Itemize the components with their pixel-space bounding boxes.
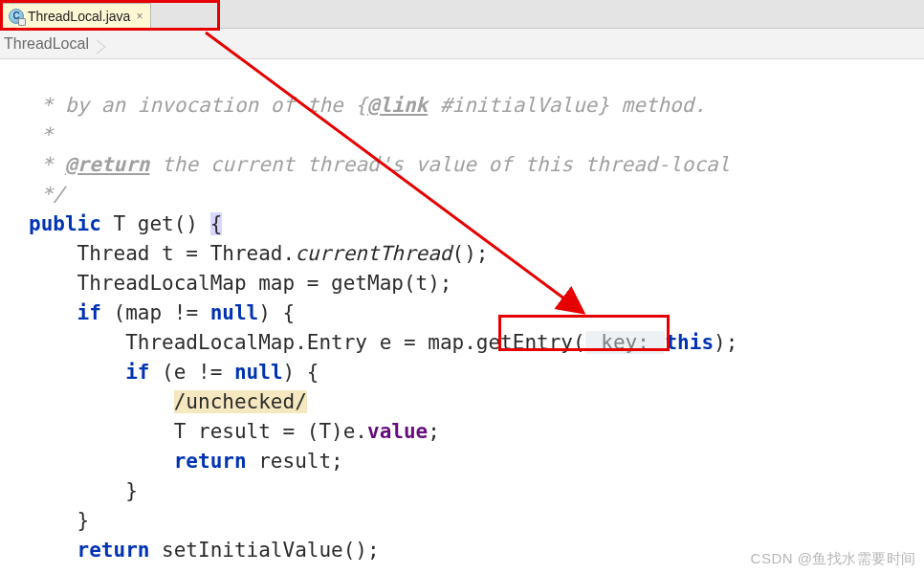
code-line: if (e != null) { (29, 361, 319, 384)
code-line: Thread t = Thread.currentThread(); (29, 242, 488, 265)
code-line: ThreadLocalMap.Entry e = map.getEntry( k… (29, 331, 737, 354)
tab-bar: C ThreadLocal.java × (0, 0, 924, 29)
code-line: return result; (29, 450, 343, 473)
comment-line: * @return the current thread's value of … (29, 153, 730, 176)
file-tab[interactable]: C ThreadLocal.java × (2, 3, 151, 28)
close-icon[interactable]: × (136, 10, 143, 23)
java-class-icon: C (9, 9, 24, 24)
code-line: T result = (T)e.value; (29, 420, 440, 443)
watermark: CSDN @鱼找水需要时间 (751, 550, 916, 568)
code-editor[interactable]: * by an invocation of the {@link #initia… (0, 59, 924, 565)
comment-line: * by an invocation of the {@link #initia… (29, 94, 706, 117)
code-line: public T get() { (29, 212, 222, 235)
code-line: if (map != null) { (29, 301, 295, 324)
code-line: } (29, 509, 89, 532)
code-line: /unchecked/ (29, 390, 307, 413)
lock-icon (18, 18, 26, 26)
suppress-comment: /unchecked/ (174, 390, 307, 413)
code-line: ThreadLocalMap map = getMap(t); (29, 272, 452, 295)
code-line: } (29, 479, 138, 502)
breadcrumb: ThreadLocal (0, 29, 924, 59)
comment-line: */ (29, 183, 65, 206)
breadcrumb-item[interactable]: ThreadLocal (0, 35, 99, 53)
parameter-hint: key: (585, 331, 666, 354)
tab-label: ThreadLocal.java (28, 9, 130, 24)
code-line: return setInitialValue(); (29, 539, 380, 562)
comment-line: * (29, 123, 53, 146)
